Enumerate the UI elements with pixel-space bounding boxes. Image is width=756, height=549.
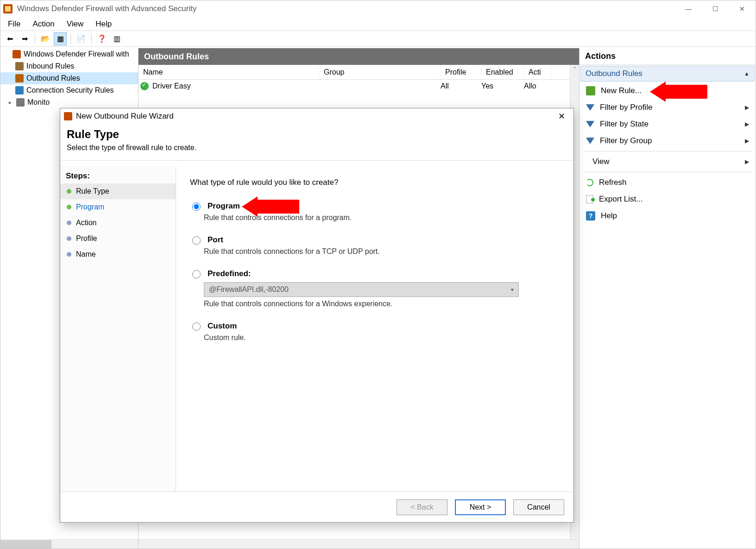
expand-icon[interactable]: ▸ — [7, 99, 13, 106]
step-indicator-icon — [67, 189, 71, 194]
step-program[interactable]: Program — [60, 199, 176, 215]
wizard-subheading: Select the type of firewall rule to crea… — [67, 144, 567, 152]
step-rule-type[interactable]: Rule Type — [60, 183, 176, 199]
wizard-steps-header: Steps: — [60, 169, 176, 183]
radio-predefined[interactable] — [192, 270, 201, 278]
tree-root[interactable]: Windows Defender Firewall with — [0, 48, 138, 60]
actions-pane: Actions Outbound Rules ▲ New Rule... Fil… — [580, 48, 756, 549]
tree-monitoring[interactable]: ▸ Monito — [0, 96, 138, 108]
rules-columns: Name Group Profile Enabled Acti — [139, 65, 579, 80]
maximize-button[interactable]: ☐ — [702, 0, 729, 17]
option-port: Port Rule that controls connections for … — [190, 235, 560, 256]
collapse-icon[interactable]: ▲ — [744, 70, 750, 77]
action-filter-group[interactable]: Filter by Group ▶ — [580, 133, 756, 149]
option-custom-desc: Custom rule. — [204, 334, 560, 342]
option-custom: Custom Custom rule. — [190, 321, 560, 342]
action-export[interactable]: Export List... — [580, 191, 756, 208]
close-button[interactable]: ✕ — [729, 0, 756, 17]
rule-enabled: Yes — [481, 82, 524, 90]
tree-scrollbar-horizontal[interactable] — [0, 539, 138, 549]
menu-help[interactable]: Help — [95, 19, 112, 29]
toolbar: ⬅ ➡ 📂 ▦ 📄 ❓ ▥ — [0, 31, 756, 47]
action-filter-state[interactable]: Filter by State ▶ — [580, 116, 756, 133]
cancel-button[interactable]: Cancel — [513, 499, 564, 515]
separator — [583, 151, 752, 151]
col-profile[interactable]: Profile — [441, 68, 481, 76]
show-tree-icon[interactable]: ▦ — [54, 32, 67, 45]
wizard-titlebar: New Outbound Rule Wizard ✕ — [60, 108, 573, 124]
col-action[interactable]: Acti — [524, 68, 552, 76]
action-export-label: Export List... — [599, 195, 643, 204]
filter-icon — [586, 138, 594, 144]
col-group[interactable]: Group — [319, 68, 441, 76]
help-icon[interactable]: ❓ — [95, 32, 108, 45]
export-list-icon — [586, 195, 593, 203]
option-predefined-label: Predefined: — [208, 269, 251, 278]
action-refresh[interactable]: Refresh — [580, 174, 756, 191]
menu-view[interactable]: View — [67, 19, 84, 29]
tree-inbound-label: Inbound Rules — [26, 62, 74, 70]
action-filter-profile-label: Filter by Profile — [600, 103, 652, 112]
action-new-rule[interactable]: New Rule... — [580, 82, 756, 99]
tree-outbound-label: Outbound Rules — [26, 74, 80, 82]
step-action[interactable]: Action — [60, 215, 176, 231]
predefined-dropdown[interactable]: @FirewallAPI.dll,-80200 ▾ — [204, 282, 519, 297]
filter-icon — [586, 104, 594, 111]
step-indicator-icon — [67, 205, 71, 209]
step-indicator-icon — [67, 252, 71, 257]
submenu-icon: ▶ — [745, 158, 749, 165]
menu-action[interactable]: Action — [32, 19, 54, 29]
next-button[interactable]: Next > — [455, 499, 506, 515]
rule-action: Allo — [524, 82, 552, 90]
rule-name: Driver Easy — [152, 82, 191, 90]
scroll-up-icon[interactable]: ˄ — [570, 65, 579, 74]
radio-port[interactable] — [192, 236, 201, 245]
wizard-steps-pane: Steps: Rule Type Program Action Profile … — [60, 166, 176, 492]
back-button[interactable]: < Back — [397, 499, 447, 515]
col-name[interactable]: Name — [139, 68, 319, 76]
minimize-button[interactable]: — — [675, 0, 702, 17]
nav-back-icon[interactable]: ⬅ — [3, 32, 16, 45]
option-program-label: Program — [208, 202, 240, 211]
actions-header: Actions — [580, 48, 756, 65]
wizard-close-button[interactable]: ✕ — [551, 109, 572, 123]
step-name[interactable]: Name — [60, 246, 176, 262]
tree-inbound-rules[interactable]: Inbound Rules — [0, 60, 138, 72]
rules-scrollbar-horizontal[interactable] — [139, 539, 579, 549]
action-help-label: Help — [601, 211, 617, 221]
radio-custom[interactable] — [192, 322, 201, 331]
actions-subheader[interactable]: Outbound Rules ▲ — [580, 66, 755, 82]
action-filter-profile[interactable]: Filter by Profile ▶ — [580, 99, 756, 116]
action-view[interactable]: View ▶ — [580, 153, 756, 170]
action-help[interactable]: ? Help — [580, 208, 756, 224]
menu-file[interactable]: File — [8, 19, 20, 29]
main-window: Windows Defender Firewall with Advanced … — [0, 0, 756, 549]
step-profile[interactable]: Profile — [60, 231, 176, 246]
up-icon[interactable]: 📂 — [39, 32, 52, 45]
tree-connection-label: Connection Security Rules — [26, 86, 114, 95]
window-title: Windows Defender Firewall with Advanced … — [17, 4, 196, 13]
monitoring-icon — [16, 98, 25, 107]
tree-root-label: Windows Defender Firewall with — [24, 50, 129, 58]
chevron-down-icon: ▾ — [511, 287, 514, 293]
wizard-title: New Outbound Rule Wizard — [76, 112, 174, 121]
radio-program[interactable] — [192, 202, 201, 211]
action-filter-group-label: Filter by Group — [600, 136, 652, 145]
firewall-app-icon — [3, 4, 13, 13]
rule-enabled-check-icon — [140, 82, 149, 90]
toolbar-separator — [35, 34, 35, 44]
toolbar-separator — [70, 34, 71, 44]
rule-row[interactable]: Driver Easy All Yes Allo — [139, 80, 579, 93]
rules-list-heading: Outbound Rules — [139, 48, 579, 65]
tree-connection-security[interactable]: Connection Security Rules — [0, 84, 138, 96]
nav-forward-icon[interactable]: ➡ — [18, 32, 31, 45]
rule-profile: All — [441, 82, 481, 90]
export-icon[interactable]: 📄 — [75, 32, 88, 45]
col-enabled[interactable]: Enabled — [481, 68, 524, 76]
new-rule-icon — [586, 86, 595, 95]
help-icon: ? — [586, 211, 595, 221]
tree-outbound-rules[interactable]: Outbound Rules — [0, 72, 138, 84]
submenu-icon: ▶ — [745, 121, 749, 127]
filter-icon — [586, 121, 594, 127]
show-actions-icon[interactable]: ▥ — [110, 32, 123, 45]
